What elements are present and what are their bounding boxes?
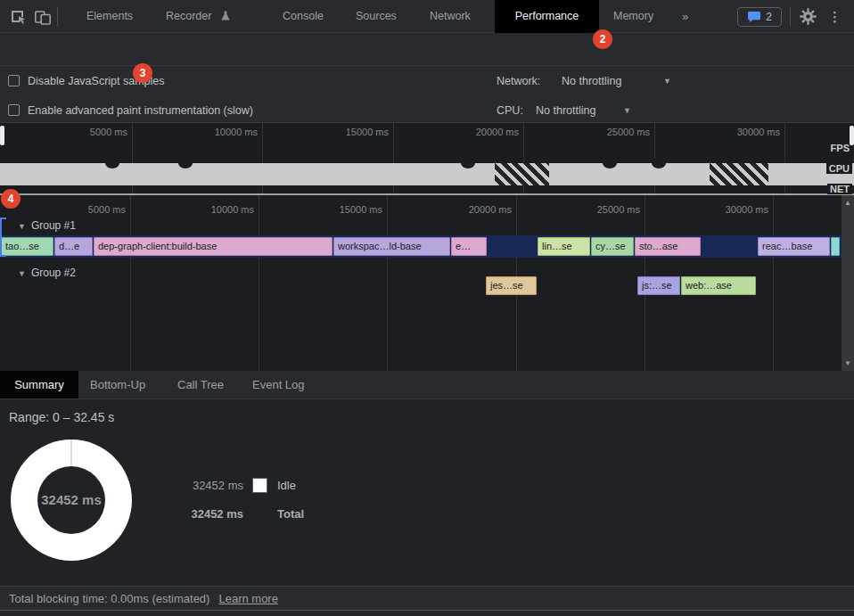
ruler-tick-label: 15000 ms [322,127,389,137]
scroll-down-icon[interactable]: ▼ [842,359,854,367]
collapse-triangle-icon: ▼ [18,222,26,231]
ruler-tick-label: 5000 ms [61,127,127,137]
capture-settings-pane: Disable JavaScript samples Enable advanc… [0,66,854,123]
timeline-bar[interactable]: js:…se [637,276,680,295]
legend-idle-swatch [252,478,267,493]
cpu-throttle-label: CPU: [497,104,523,117]
network-throttle-arrow[interactable]: ▼ [663,77,671,86]
network-throttle-value[interactable]: No throttling [562,75,621,87]
cpu-dip [603,158,617,168]
overview-right-handle[interactable] [850,126,854,145]
performance-toolbar: #4 ▼ Screenshots Memory Web Vitals [0,33,854,66]
settings-gear-icon[interactable] [800,8,817,25]
tab-network[interactable]: Network [430,0,471,33]
advanced-paint-label[interactable]: Enable advanced paint instrumentation (s… [28,104,253,117]
divider [790,7,791,26]
net-lane-label: NET [827,184,852,194]
cpu-dip [105,158,119,168]
experiment-flask-icon [220,10,231,21]
group-2-title: Group #2 [31,267,76,279]
tab-sources[interactable]: Sources [356,0,397,33]
step-badge-2[interactable]: 2 [593,29,612,49]
ruler-tick-label: 25000 ms [573,204,640,215]
timeline-bar[interactable]: reac…base [758,237,830,256]
ruler-tick-label: 10000 ms [191,127,258,137]
timeline-bar[interactable]: d…e [54,237,93,256]
devtools-window: Elements Recorder Console Sources Networ… [0,0,854,616]
vertical-scrollbar[interactable]: ▲ ▼ [842,195,854,371]
more-tabs-chevron[interactable]: » [682,0,688,33]
divider [57,7,58,26]
ruler-tick-label: 10000 ms [187,204,254,215]
group-1-bars: tao…sed…edep-graph-client:build-basework… [0,237,842,256]
tab-summary[interactable]: Summary [0,371,78,398]
timeline-bar[interactable]: lin…se [538,237,590,256]
group-2-bars: jes…sejs:…seweb:…ase [0,276,842,295]
ruler-tick-label: 20000 ms [452,127,519,137]
inspect-element-icon[interactable] [9,8,27,26]
cpu-dip [461,158,475,168]
group-2-header[interactable]: ▼Group #2 [18,267,76,279]
timeline-bar[interactable]: workspac…ld-base [333,237,450,256]
cpu-lane-label: CPU [826,163,852,174]
legend-idle-label: Idle [277,479,296,492]
collapse-triangle-icon: ▼ [18,269,26,278]
donut-total-label: 32452 ms [11,492,132,507]
issues-counter-button[interactable]: 2 [737,7,782,27]
step-badge-3[interactable]: 3 [133,63,152,83]
ruler-tick-label: 30000 ms [713,127,780,137]
donut-seam [70,439,72,466]
timeline-bar[interactable]: dep-graph-client:build-base [94,237,333,256]
disable-js-samples-checkbox[interactable] [8,75,20,86]
cpu-throttle-arrow[interactable]: ▼ [623,106,631,115]
cpu-throttled-hatch [710,163,768,185]
group-1-title: Group #1 [31,219,76,232]
advanced-paint-checkbox[interactable] [8,104,20,116]
cpu-throttle-value[interactable]: No throttling [536,104,595,117]
group-1-header[interactable]: ▼Group #1 [18,219,76,232]
ruler-tick-label: 30000 ms [702,204,768,215]
legend-idle-value: 32452 ms [159,479,243,492]
timeline-bar[interactable]: web:…ase [681,276,756,295]
step-badge-4[interactable]: 4 [1,189,21,209]
timeline-bar[interactable]: cy…se [591,237,634,256]
timeline-bar[interactable] [831,237,840,256]
tab-call-tree[interactable]: Call Tree [177,371,224,399]
range-text: Range: 0 – 32.45 s [9,410,114,424]
legend-total-value: 32452 ms [159,507,243,521]
total-blocking-time-text: Total blocking time: 0.00ms (estimated) [9,592,209,605]
flame-chart[interactable]: ▼Group #1 tao…sed…edep-graph-client:buil… [0,195,854,371]
legend-total-label: Total [277,507,304,521]
kebab-menu-icon[interactable]: ⋮ [828,9,842,25]
device-toolbar-icon[interactable] [34,8,52,26]
cpu-activity-band [0,163,854,185]
tab-performance[interactable]: Performance [495,0,599,33]
tab-recorder[interactable]: Recorder [166,0,231,33]
track-selection-bracket [0,218,5,257]
summary-panel: Range: 0 – 32.45 s 32452 ms 32452 ms Idl… [0,399,854,586]
overview-left-handle[interactable] [0,126,4,145]
timeline-bar[interactable]: tao…se [1,237,53,256]
learn-more-link[interactable]: Learn more [218,592,277,605]
ruler-tick-label: 25000 ms [583,127,650,137]
network-throttle-label: Network: [497,75,540,87]
tab-memory[interactable]: Memory [613,0,653,33]
scroll-up-icon[interactable]: ▲ [842,199,854,207]
tab-elements[interactable]: Elements [86,0,133,33]
timeline-bar[interactable]: jes…se [486,276,537,295]
timeline-overview[interactable]: FPS CPU NET 5000 ms10000 ms15000 ms20000… [0,123,854,195]
cpu-dip [652,158,666,168]
devtools-tab-bar: Elements Recorder Console Sources Networ… [0,0,854,33]
footer-bar: Total blocking time: 0.00ms (estimated) … [0,586,854,610]
cpu-dip [178,158,193,168]
tab-console[interactable]: Console [283,0,324,33]
timeline-bar[interactable]: sto…ase [635,237,701,256]
timeline-bar[interactable]: e… [451,237,487,256]
tab-recorder-label: Recorder [166,10,211,22]
tab-bottom-up[interactable]: Bottom-Up [90,371,145,399]
ruler-tick-label: 20000 ms [445,204,512,215]
details-tab-bar: Summary Bottom-Up Call Tree Event Log [0,371,854,399]
tab-event-log[interactable]: Event Log [252,371,305,399]
net-activity-line [0,193,854,195]
fps-lane-label: FPS [828,143,852,153]
